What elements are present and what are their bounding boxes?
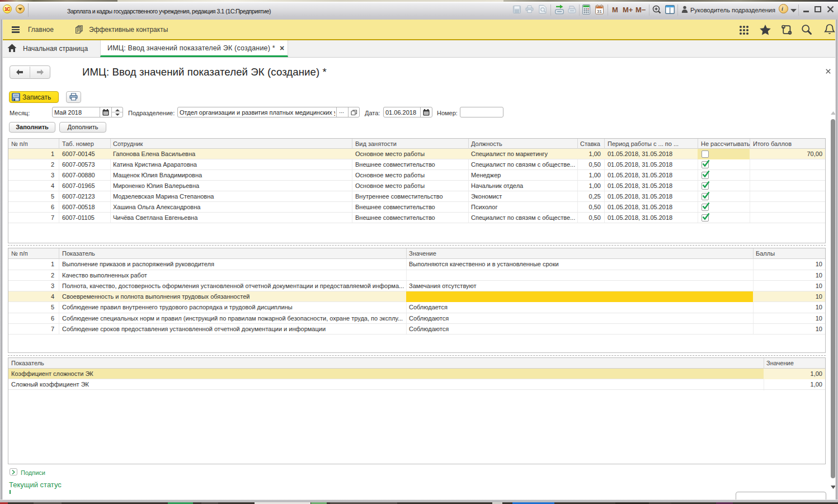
- svg-text:31: 31: [597, 9, 602, 14]
